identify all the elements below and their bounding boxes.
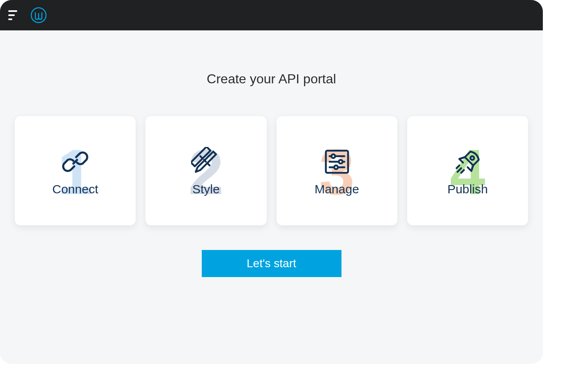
svg-line-2 bbox=[201, 156, 203, 158]
svg-line-3 bbox=[204, 160, 206, 162]
main-content: Create your API portal 1 Connect 2 bbox=[0, 30, 543, 293]
svg-point-7 bbox=[331, 154, 335, 158]
pencil-ruler-icon bbox=[189, 145, 222, 178]
rocket-icon bbox=[451, 145, 484, 178]
app-frame: Create your API portal 1 Connect 2 bbox=[0, 0, 543, 364]
sliders-panel-icon bbox=[321, 145, 353, 178]
step-card-publish: 4 Publish bbox=[407, 116, 528, 225]
steps-row: 1 Connect 2 bbox=[15, 116, 528, 225]
step-label: Connect bbox=[52, 182, 98, 196]
header-bar bbox=[0, 0, 543, 30]
step-card-style: 2 Style bbox=[145, 116, 266, 225]
step-label: Style bbox=[192, 182, 220, 196]
step-card-connect: 1 Connect bbox=[15, 116, 136, 225]
svg-point-9 bbox=[339, 160, 342, 164]
lets-start-button[interactable]: Let's start bbox=[202, 250, 341, 277]
mulesoft-logo-icon[interactable] bbox=[30, 7, 47, 23]
link-icon bbox=[59, 145, 92, 178]
step-label: Publish bbox=[448, 182, 488, 196]
step-card-manage: 3 Manage bbox=[277, 116, 397, 225]
page-title: Create your API portal bbox=[207, 71, 336, 87]
svg-point-12 bbox=[471, 156, 474, 160]
svg-line-4 bbox=[208, 164, 210, 166]
step-label: Manage bbox=[314, 182, 359, 196]
menu-icon[interactable] bbox=[8, 10, 20, 20]
svg-point-11 bbox=[334, 165, 338, 169]
